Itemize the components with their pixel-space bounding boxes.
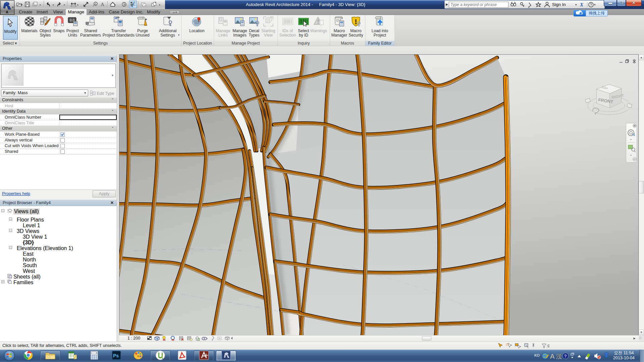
svg-text:▾: ▾ xyxy=(594,3,596,6)
svg-text:▾: ▾ xyxy=(575,3,577,6)
svg-text:A: A xyxy=(101,2,104,7)
svg-text:Ps: Ps xyxy=(113,353,119,358)
svg-text:?: ? xyxy=(564,354,567,359)
svg-text:Sign In: Sign In xyxy=(552,2,566,7)
svg-text:1: 1 xyxy=(95,2,97,5)
svg-text:A: A xyxy=(550,353,555,360)
svg-text:0: 0 xyxy=(96,352,97,354)
svg-text::0: :0 xyxy=(547,344,549,348)
svg-text:X: X xyxy=(580,2,584,7)
svg-text:漢: 漢 xyxy=(556,353,562,360)
svg-text:?: ? xyxy=(590,3,592,7)
